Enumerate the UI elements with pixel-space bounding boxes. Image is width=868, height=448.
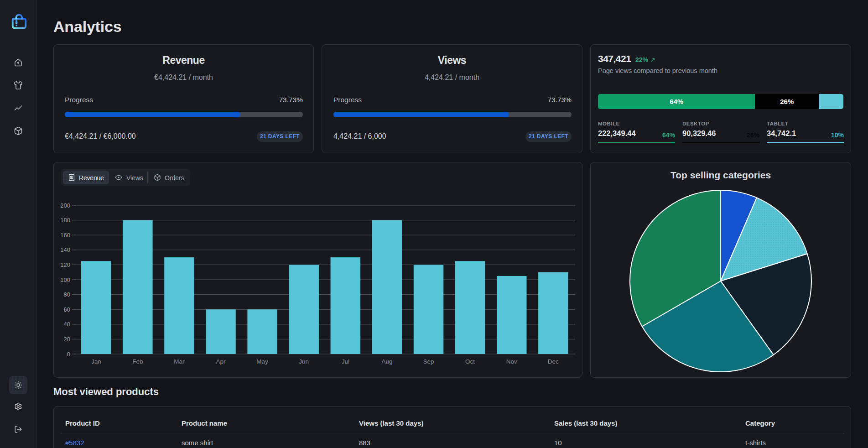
- svg-text:Sep: Sep: [423, 358, 434, 365]
- svg-text:180: 180: [60, 217, 70, 224]
- svg-text:Jul: Jul: [342, 358, 349, 365]
- svg-text:Jun: Jun: [299, 358, 309, 365]
- svg-text:100: 100: [60, 276, 70, 283]
- svg-text:120: 120: [60, 261, 70, 268]
- svg-text:Oct: Oct: [465, 358, 475, 365]
- svg-text:Feb: Feb: [132, 358, 143, 365]
- svg-text:60: 60: [64, 306, 70, 313]
- svg-text:Mar: Mar: [174, 358, 185, 365]
- svg-text:40: 40: [64, 321, 70, 328]
- svg-text:80: 80: [64, 291, 70, 298]
- svg-text:140: 140: [60, 246, 70, 253]
- svg-text:May: May: [256, 358, 268, 365]
- svg-text:160: 160: [60, 232, 70, 239]
- svg-text:Jan: Jan: [91, 358, 101, 365]
- svg-text:20: 20: [64, 336, 70, 343]
- svg-text:200: 200: [60, 202, 70, 209]
- svg-text:Apr: Apr: [216, 358, 226, 365]
- svg-text:0: 0: [67, 351, 70, 358]
- svg-text:Aug: Aug: [381, 358, 392, 365]
- svg-text:Dec: Dec: [548, 358, 559, 365]
- svg-text:Nov: Nov: [506, 358, 517, 365]
